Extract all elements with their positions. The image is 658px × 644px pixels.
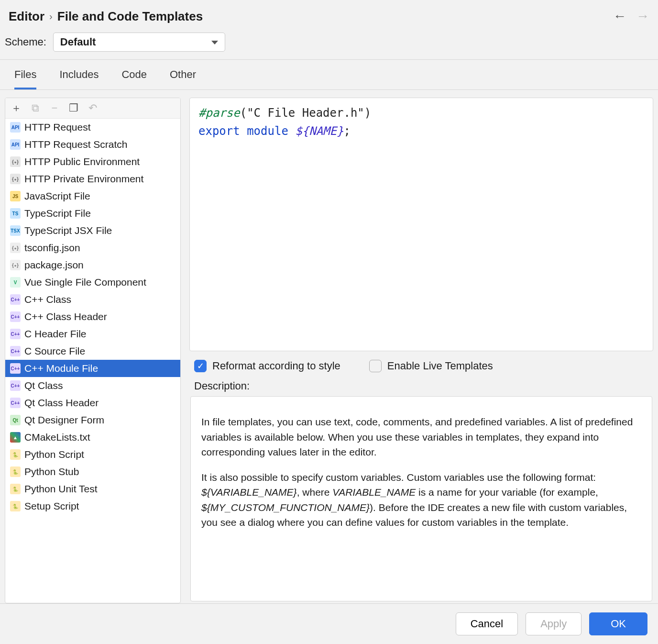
list-item-label: Python Script <box>24 449 84 460</box>
list-item-label: C Source File <box>24 345 85 357</box>
editor-token: ${NAME} <box>295 124 343 138</box>
scheme-label: Scheme: <box>5 36 46 48</box>
list-item[interactable]: 🐍Python Unit Test <box>5 480 180 498</box>
list-item-label: Setup Script <box>24 500 79 512</box>
py-file-icon: 🐍 <box>10 501 21 511</box>
tab-files[interactable]: Files <box>14 68 36 89</box>
reformat-checkbox[interactable]: ✓ Reformat according to style <box>194 360 340 372</box>
vue-file-icon: V <box>10 277 21 288</box>
list-item-label: JavaScript File <box>24 190 90 202</box>
cancel-button[interactable]: Cancel <box>456 612 518 635</box>
breadcrumb: Editor › File and Code Templates <box>9 9 203 24</box>
tab-includes[interactable]: Includes <box>59 68 99 89</box>
ok-button[interactable]: OK <box>589 612 647 635</box>
list-item[interactable]: APIHTTP Request <box>5 119 180 136</box>
list-item[interactable]: QtQt Designer Form <box>5 411 180 429</box>
qt-file-icon: Qt <box>10 415 21 425</box>
tab-code[interactable]: Code <box>121 68 147 89</box>
checkbox-unchecked-icon <box>369 360 382 372</box>
list-item[interactable]: VVue Single File Component <box>5 274 180 291</box>
nav-arrows: ← → <box>613 9 649 24</box>
list-item-label: TypeScript JSX File <box>24 225 112 236</box>
api-file-icon: API <box>10 139 21 150</box>
tsx-file-icon: TSX <box>10 225 21 236</box>
list-item[interactable]: C++C Header File <box>5 325 180 343</box>
list-item-label: package.json <box>24 259 84 271</box>
list-item[interactable]: C++Qt Class <box>5 377 180 394</box>
scheme-row: Scheme: Default <box>0 29 658 60</box>
breadcrumb-parent[interactable]: Editor <box>9 9 44 24</box>
editor-token: ; <box>343 124 350 138</box>
list-item[interactable]: ▲CMakeLists.txt <box>5 429 180 446</box>
undo-icon: ↶ <box>88 103 98 113</box>
text: It is also possible to specify custom va… <box>201 472 596 483</box>
template-editor[interactable]: #parse("C File Header.h") export module … <box>189 98 653 351</box>
description-p2: It is also possible to specify custom va… <box>201 470 641 530</box>
apply-button: Apply <box>526 612 581 635</box>
tab-other[interactable]: Other <box>170 68 196 89</box>
scheme-select[interactable]: Default <box>53 33 225 52</box>
cpp-file-icon: C++ <box>10 380 21 391</box>
cpp-file-icon: C++ <box>10 346 21 356</box>
variable-name: VARIABLE_NAME <box>332 487 416 498</box>
list-item[interactable]: {∘}tsconfig.json <box>5 239 180 256</box>
list-item[interactable]: TSXTypeScript JSX File <box>5 222 180 239</box>
list-item-label: Vue Single File Component <box>24 277 146 288</box>
list-item-label: Python Stub <box>24 466 79 477</box>
text: is a name for your variable (for example… <box>416 487 598 498</box>
list-item[interactable]: C++C++ Class <box>5 291 180 308</box>
list-item[interactable]: {∘}HTTP Public Environment <box>5 153 180 170</box>
list-item-label: HTTP Public Environment <box>24 156 140 167</box>
cpp-file-icon: C++ <box>10 363 21 374</box>
description-p1: In file templates, you can use text, cod… <box>201 414 641 460</box>
cpp-file-icon: C++ <box>10 329 21 339</box>
live-templates-label: Enable Live Templates <box>387 360 493 372</box>
list-item[interactable]: {∘}package.json <box>5 256 180 274</box>
list-item[interactable]: C++C++ Module File <box>5 360 180 377</box>
template-list[interactable]: APIHTTP RequestAPIHTTP Request Scratch{∘… <box>5 119 180 603</box>
template-toolbar: ＋ ⧉ − ❐ ↶ <box>5 98 180 119</box>
live-templates-checkbox[interactable]: Enable Live Templates <box>369 360 493 372</box>
py-file-icon: 🐍 <box>10 449 21 460</box>
list-item[interactable]: C++Qt Class Header <box>5 394 180 411</box>
text: , where <box>297 487 333 498</box>
api-file-icon: API <box>10 122 21 133</box>
reformat-label: Reformat according to style <box>212 360 340 372</box>
list-item[interactable]: TSTypeScript File <box>5 205 180 222</box>
list-item-label: C++ Module File <box>24 363 98 374</box>
chevron-right-icon: › <box>49 11 53 22</box>
cpp-file-icon: C++ <box>10 398 21 408</box>
list-item-label: Qt Class Header <box>24 397 99 409</box>
list-item[interactable]: 🐍Python Stub <box>5 463 180 480</box>
list-item[interactable]: 🐍Setup Script <box>5 498 180 515</box>
template-panel: ＋ ⧉ − ❐ ↶ APIHTTP RequestAPIHTTP Request… <box>5 98 181 603</box>
list-item-label: HTTP Request <box>24 122 91 133</box>
list-item-label: Qt Designer Form <box>24 414 104 426</box>
list-item[interactable]: JSJavaScript File <box>5 188 180 205</box>
list-item[interactable]: APIHTTP Request Scratch <box>5 136 180 153</box>
list-item-label: C++ Class Header <box>24 311 107 322</box>
tabs: FilesIncludesCodeOther <box>0 60 658 90</box>
add-icon[interactable]: ＋ <box>11 103 22 113</box>
editor-token: ("C File Header.h") <box>240 106 372 120</box>
nav-forward-icon: → <box>636 9 649 24</box>
editor-token: #parse <box>198 106 240 120</box>
variable-format: ${VARIABLE_NAME} <box>201 487 297 498</box>
py-file-icon: 🐍 <box>10 466 21 477</box>
py-file-icon: 🐍 <box>10 484 21 494</box>
list-item[interactable]: C++C Source File <box>5 343 180 360</box>
copy-icon[interactable]: ❐ <box>68 103 79 113</box>
list-item-label: Python Unit Test <box>24 483 98 495</box>
list-item-label: TypeScript File <box>24 208 91 219</box>
cmk-file-icon: ▲ <box>10 432 21 443</box>
list-item-label: C++ Class <box>24 294 71 305</box>
list-item[interactable]: {∘}HTTP Private Environment <box>5 170 180 188</box>
js-file-icon: JS <box>10 191 21 201</box>
list-item[interactable]: C++C++ Class Header <box>5 308 180 325</box>
json-file-icon: {∘} <box>10 243 21 253</box>
list-item-label: C Header File <box>24 328 87 340</box>
description-box[interactable]: In file templates, you can use text, cod… <box>190 396 652 601</box>
editor-token: export module <box>198 124 295 138</box>
nav-back-icon[interactable]: ← <box>613 9 626 24</box>
list-item[interactable]: 🐍Python Script <box>5 446 180 463</box>
